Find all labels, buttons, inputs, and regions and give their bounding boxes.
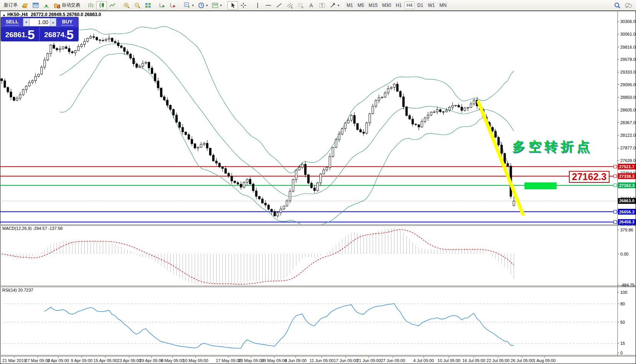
rsi-line (44, 303, 514, 348)
auto-scroll-button[interactable] (157, 1, 168, 10)
time-axis-label: 23 May 05:00 (238, 358, 264, 363)
rsi-pane (0, 303, 618, 348)
sell-button-label: SELL (5, 19, 19, 26)
svg-text:A: A (309, 2, 313, 8)
timeframe-M30[interactable]: M30 (380, 2, 393, 9)
toolbar-separator (84, 2, 84, 9)
buy-button[interactable]: BUY (56, 17, 78, 27)
buy-price-main: 26874 (44, 29, 64, 41)
market-watch-icon[interactable] (30, 1, 41, 10)
zoom-in-button[interactable] (121, 1, 132, 10)
time-axis-label: 6 May 05:00 (161, 358, 184, 363)
bar-chart-mode-button[interactable] (85, 1, 96, 10)
price-axis-tick: 28850.0 (620, 95, 636, 100)
green-zone-rectangle[interactable] (524, 182, 557, 189)
crosshair-icon (240, 2, 247, 9)
timeframe-D1[interactable]: D1 (415, 2, 425, 9)
toolbar-separator (250, 2, 251, 9)
vertical-line-tool-button[interactable] (252, 1, 263, 10)
svg-text:F: F (302, 6, 303, 9)
price-tag-value: 27338.3 (619, 174, 634, 179)
sell-button[interactable]: SELL (1, 17, 23, 27)
timeframe-W1[interactable]: W1 (426, 2, 437, 9)
equidistant-channel-tool-button[interactable]: E (284, 1, 295, 10)
timeframe-group: M1M5M15M30H1H4D1W1MN (345, 2, 449, 9)
line-anchor-square[interactable] (614, 184, 617, 187)
time-axis-label: 29 May 05:00 (261, 358, 287, 363)
time-axis-label: 15 Apr 05:00 (94, 358, 117, 363)
level-price-box[interactable]: 27162.3 (569, 171, 610, 183)
tile-windows-button[interactable] (143, 1, 153, 10)
collapse-icon[interactable]: ▲ (2, 13, 6, 17)
volume-increase-button[interactable]: ▴ (50, 18, 56, 26)
arrows-dropdown-caret: ▾ (338, 3, 340, 7)
timeframe-M15[interactable]: M15 (366, 2, 379, 9)
text-tool-button[interactable]: A (306, 1, 317, 10)
buy-price[interactable]: 26874.5 (40, 27, 79, 41)
buy-button-label: BUY (61, 19, 73, 26)
time-axis-label: 4 Jul 05:00 (413, 358, 434, 363)
price-tag-value: 26656.3 (619, 210, 634, 214)
timeframe-MN[interactable]: MN (437, 2, 449, 9)
chat-button[interactable] (623, 1, 634, 10)
candlestick-mode-button[interactable] (96, 1, 107, 10)
indicators-button[interactable]: ▾ (182, 1, 196, 10)
line-anchor-square[interactable] (614, 165, 617, 168)
timeframe-H4[interactable]: H4 (404, 2, 414, 9)
search-button[interactable] (612, 1, 623, 10)
toolbar-separator (225, 2, 226, 9)
price-axis-tick: 28122.0 (620, 133, 636, 138)
arrows-tool-button[interactable]: ▾ (327, 1, 342, 10)
indicators-dropdown-caret: ▾ (192, 3, 194, 7)
time-axis-label: 21 Jun 05:00 (357, 358, 381, 363)
trendline-tool-button[interactable] (274, 1, 284, 10)
time-axis-label: 10 Jul 05:00 (437, 358, 460, 363)
rsi-scale-label: 100 (620, 290, 627, 295)
fibonacci-tool-button[interactable]: F (295, 1, 306, 10)
zoom-out-button[interactable] (132, 1, 143, 10)
time-axis-label: 27 Mar 05:00 (25, 358, 50, 363)
volume-control: ▾ ▴ (23, 17, 56, 27)
text-icon: A (308, 2, 315, 9)
chart-shift-button[interactable] (168, 1, 178, 10)
new-order-button[interactable]: 新订单 (2, 1, 20, 10)
price-tag-value: 27162.3 (619, 183, 634, 188)
line-anchor-square[interactable] (614, 210, 617, 213)
macd-signal-line (2, 230, 514, 284)
line-anchor-square[interactable] (614, 220, 617, 223)
crosshair-tool-button[interactable] (238, 1, 249, 10)
main-pane (0, 26, 618, 225)
line-anchor-square[interactable] (614, 175, 617, 178)
vertical-line-icon (254, 2, 261, 9)
timeframe-M1[interactable]: M1 (345, 2, 355, 9)
pivot-annotation-text[interactable]: 多空转折点 (512, 138, 593, 156)
candles (1, 34, 515, 218)
gold-ingot-icon[interactable] (20, 1, 30, 10)
timeframe-M5[interactable]: M5 (356, 2, 366, 9)
text-label-tool-button[interactable]: T (317, 1, 327, 10)
time-axis-label: 17 May 05:00 (216, 358, 242, 363)
time-axis-label: 27 Jun 05:00 (381, 358, 405, 363)
zoom-out-icon (134, 2, 141, 9)
volume-input[interactable] (30, 18, 50, 26)
yellow-trendline[interactable] (478, 102, 523, 214)
line-chart-mode-button[interactable] (107, 1, 118, 10)
periods-dropdown-caret: ▾ (206, 3, 208, 7)
price-axis-tick: 28367.0 (620, 120, 636, 125)
auto-trading-button[interactable]: 自动交易 (52, 1, 82, 10)
rsi-scale-label: 80 (620, 302, 625, 306)
templates-button[interactable]: ▾ (210, 1, 224, 10)
price-axis-tick: 30306.0 (620, 19, 636, 24)
templates-dropdown-caret: ▾ (220, 3, 222, 7)
timeframe-H1[interactable]: H1 (394, 2, 404, 9)
sell-price[interactable]: 26861.5 (1, 27, 40, 41)
volume-decrease-button[interactable]: ▾ (23, 18, 30, 26)
sell-price-main: 26861 (5, 29, 26, 41)
time-axis-label: 22 Jul 05:00 (486, 358, 509, 363)
cursor-tool-button[interactable] (227, 1, 238, 10)
signals-icon[interactable] (41, 1, 52, 10)
horizontal-line-tool-button[interactable] (263, 1, 274, 10)
periods-button[interactable]: ▾ (196, 1, 210, 10)
bollinger-bands (60, 26, 514, 225)
price-axis-tick: 27877.0 (620, 146, 636, 150)
